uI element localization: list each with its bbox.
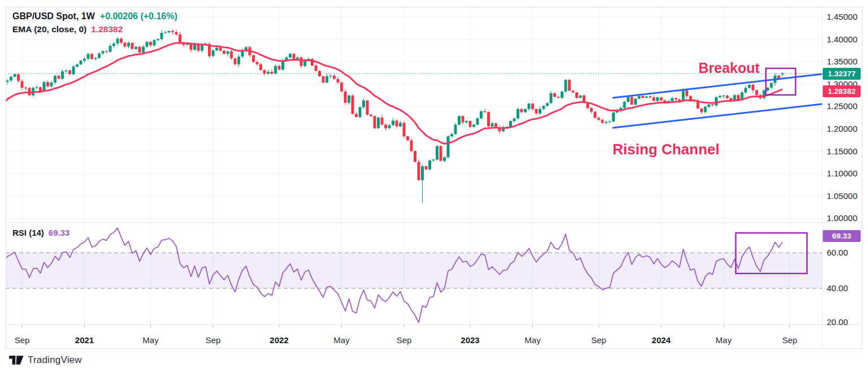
- rsi-value-badge: 69.33: [823, 230, 861, 242]
- current-price-badge: 1.32377: [823, 68, 861, 80]
- tradingview-logo[interactable]: TradingView: [9, 354, 82, 366]
- change-value: +0.00206 (+0.16%): [100, 11, 177, 21]
- ema-value: 1.28382: [91, 24, 123, 34]
- rsi-tick-label: 40.00: [827, 283, 848, 293]
- time-tick-label: May: [333, 335, 349, 345]
- rsi-legend-row[interactable]: RSI (14)69.33: [12, 228, 70, 237]
- time-tick-label: 2024: [652, 335, 670, 345]
- time-tick-label: 2022: [270, 335, 288, 345]
- rising-channel-annotation[interactable]: Rising Channel: [613, 141, 719, 158]
- channel-line: [613, 104, 822, 128]
- rsi-value: 69.33: [49, 228, 70, 237]
- time-tick-label: Sep: [15, 335, 30, 345]
- symbol-title: GBP/USD Spot, 1W: [12, 11, 95, 21]
- price-tick-label: 1.10000: [827, 168, 857, 178]
- ema-value-badge: 1.28382: [823, 85, 861, 97]
- time-tick-label: Sep: [206, 335, 221, 345]
- time-tick-label: May: [524, 335, 540, 345]
- price-tick-label: 1.35000: [827, 57, 857, 66]
- rsi-label: RSI (14): [12, 228, 44, 237]
- time-tick-label: Sep: [397, 335, 412, 345]
- tradingview-logo-text: TradingView: [28, 354, 82, 366]
- price-tick-label: 1.20000: [827, 124, 857, 133]
- time-tick-label: May: [715, 335, 731, 345]
- rsi-tick-label: 60.00: [827, 248, 848, 257]
- time-tick-label: 2023: [461, 335, 479, 345]
- ema-legend-row[interactable]: EMA (20, close, 0)1.28382: [12, 24, 123, 34]
- time-tick-label: Sep: [782, 335, 797, 345]
- price-tick-label: 1.05000: [827, 191, 857, 201]
- time-tick-label: Sep: [591, 335, 606, 345]
- tradingview-chart-snapshot: GBP/USD Spot, 1W+0.00206 (+0.16%) EMA (2…: [0, 0, 868, 372]
- rsi-tick-label: 20.00: [827, 317, 848, 327]
- price-tick-label: 1.00000: [827, 213, 857, 223]
- price-tick-label: 1.40000: [827, 34, 857, 44]
- price-tick-label: 1.15000: [827, 146, 857, 156]
- price-tick-label: 1.25000: [827, 101, 857, 111]
- chart-plot-area[interactable]: [0, 0, 868, 372]
- time-tick-label: May: [142, 335, 158, 345]
- symbol-legend-row[interactable]: GBP/USD Spot, 1W+0.00206 (+0.16%): [12, 11, 177, 21]
- candles-layer: [6, 29, 784, 203]
- ema-label: EMA (20, close, 0): [12, 24, 86, 34]
- tradingview-logo-icon: [9, 355, 24, 366]
- price-tick-label: 1.45000: [827, 12, 857, 21]
- breakout-box: [766, 68, 796, 95]
- time-tick-label: 2021: [75, 335, 94, 345]
- breakout-annotation[interactable]: Breakout: [698, 60, 760, 76]
